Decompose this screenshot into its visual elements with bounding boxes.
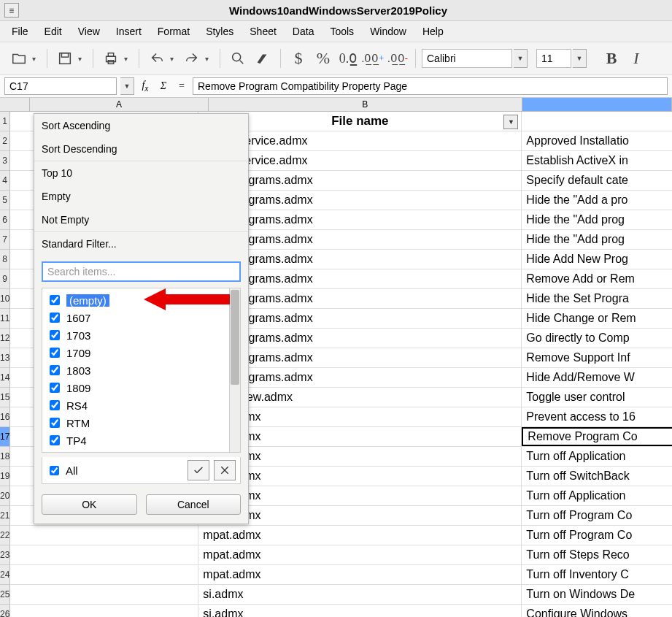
svg-rect-2 — [107, 56, 116, 61]
save-dropdown-icon[interactable]: ▾ — [78, 55, 87, 63]
percent-icon[interactable]: % — [312, 47, 335, 70]
menu-sheet[interactable]: Sheet — [244, 23, 282, 40]
number-icon[interactable]: 0.0̲ — [336, 47, 360, 70]
font-name-input[interactable]: Calibri — [422, 49, 512, 68]
equals-icon[interactable]: = — [174, 80, 189, 92]
cell-reference-input[interactable]: C17 — [4, 77, 117, 95]
header-C — [522, 112, 672, 131]
column-headers: A B — [0, 98, 672, 112]
autofilter-sort-asc[interactable]: Sort Ascending — [34, 114, 248, 137]
autofilter-hide-only-icon[interactable] — [214, 460, 236, 480]
clear-format-icon[interactable] — [251, 47, 274, 70]
autofilter-value-item[interactable]: 1607 — [44, 309, 239, 326]
row-headers: 1234567 891011121314 151617181920 212223… — [0, 112, 10, 617]
print-dropdown-icon[interactable]: ▾ — [124, 55, 133, 63]
autofilter-value-item[interactable]: RS4 — [44, 396, 239, 414]
add-decimal-icon[interactable]: .0̲0̲+ — [361, 47, 385, 70]
open-dropdown-icon[interactable]: ▾ — [32, 55, 41, 63]
find-icon[interactable] — [226, 47, 250, 70]
spreadsheet-grid[interactable]: 1234567 891011121314 151617181920 212223… — [0, 112, 672, 617]
menu-data[interactable]: Data — [287, 23, 320, 40]
svg-point-5 — [233, 53, 241, 61]
data-row: mpat.admxTurn off Program Co — [10, 526, 672, 545]
autofilter-value-item[interactable]: TP4 — [44, 432, 239, 449]
menu-edit[interactable]: Edit — [39, 23, 68, 40]
data-row: mpat.admxTurn off Steps Reco — [10, 545, 672, 565]
save-icon[interactable] — [53, 47, 77, 70]
font-size-dropdown-icon[interactable]: ▼ — [573, 49, 587, 68]
data-row: si.admxTurn on Windows De — [10, 585, 672, 605]
cellref-dropdown-icon[interactable]: ▼ — [120, 77, 134, 95]
undo-icon[interactable] — [145, 47, 169, 70]
bold-icon[interactable]: B — [600, 47, 623, 70]
open-icon[interactable] — [7, 47, 31, 70]
undo-dropdown-icon[interactable]: ▾ — [170, 55, 179, 63]
menu-view[interactable]: View — [72, 23, 106, 40]
autofilter-value-item[interactable]: 1803 — [44, 361, 239, 379]
redo-icon[interactable] — [180, 47, 204, 70]
autofilter-sort-desc[interactable]: Sort Descending — [34, 137, 248, 161]
currency-icon[interactable]: $ — [287, 47, 310, 70]
redo-dropdown-icon[interactable]: ▾ — [205, 55, 214, 63]
autofilter-all-row: All — [42, 457, 241, 484]
formula-input[interactable]: Remove Program Compatibility Property Pa… — [193, 77, 668, 95]
print-icon[interactable] — [99, 47, 123, 70]
autofilter-value-item[interactable]: 1709 — [44, 344, 239, 361]
autofilter-all-label: All — [66, 464, 78, 477]
sum-icon[interactable]: Σ — [156, 80, 171, 92]
menubar: File Edit View Insert Format Styles Shee… — [0, 21, 672, 42]
autofilter-show-only-icon[interactable] — [188, 460, 209, 480]
titlebar: ≡ Windows10andWindowsServer2019Policy — [0, 0, 672, 21]
autofilter-value-item[interactable]: (empty) — [44, 291, 239, 309]
italic-icon[interactable]: I — [625, 47, 648, 70]
menu-window[interactable]: Window — [364, 23, 412, 40]
autofilter-notempty[interactable]: Not Empty — [34, 208, 248, 231]
font-size-input[interactable]: 11 — [536, 49, 571, 68]
autofilter-value-item[interactable]: 1809 — [44, 379, 239, 396]
svg-rect-1 — [61, 53, 68, 58]
menu-insert[interactable]: Insert — [110, 23, 147, 40]
autofilter-dropdown: Sort Ascending Sort Descending Top 10 Em… — [34, 113, 249, 524]
data-row: mpat.admxTurn off Inventory C — [10, 565, 672, 585]
autofilter-all-checkbox[interactable] — [50, 466, 59, 475]
data-row: si.admxConfigure Windows — [10, 605, 672, 617]
menu-styles[interactable]: Styles — [200, 23, 239, 40]
autofilter-scrollbar[interactable] — [229, 288, 240, 452]
autofilter-value-item[interactable]: 1703 — [44, 326, 239, 344]
autofilter-value-item[interactable]: RTM — [44, 414, 239, 432]
function-wizard-icon[interactable]: fx — [138, 80, 152, 93]
toolbar: ▾ ▾ ▾ ▾ ▾ $ % 0.0̲ .0̲0̲+ .0̲0̲- Calibri… — [0, 42, 672, 75]
menu-tools[interactable]: Tools — [324, 23, 360, 40]
menu-file[interactable]: File — [6, 23, 34, 40]
autofilter-value-list: (empty) 1607 1703 1709 1803 1809 RS4 RTM… — [42, 288, 241, 453]
font-name-dropdown-icon[interactable]: ▼ — [514, 49, 528, 68]
remove-decimal-icon[interactable]: .0̲0̲- — [386, 47, 409, 70]
col-header-A[interactable]: A — [30, 98, 209, 111]
autofilter-cancel-button[interactable]: Cancel — [146, 494, 242, 515]
app-icon: ≡ — [4, 3, 19, 18]
col-header-B[interactable]: B — [209, 98, 522, 111]
svg-rect-3 — [108, 53, 113, 57]
autofilter-standard[interactable]: Standard Filter... — [34, 232, 248, 256]
autofilter-top10[interactable]: Top 10 — [34, 161, 248, 185]
formula-bar: C17 ▼ fx Σ = Remove Program Compatibilit… — [0, 75, 672, 98]
autofilter-empty[interactable]: Empty — [34, 185, 248, 208]
menu-help[interactable]: Help — [417, 23, 449, 40]
autofilter-ok-button[interactable]: OK — [42, 494, 137, 515]
col-header-C[interactable] — [522, 98, 672, 111]
autofilter-B-icon[interactable]: ▼ — [503, 115, 518, 129]
menu-format[interactable]: Format — [152, 23, 196, 40]
autofilter-search-input[interactable]: Search items... — [42, 261, 241, 282]
window-title: Windows10andWindowsServer2019Policy — [26, 4, 672, 17]
